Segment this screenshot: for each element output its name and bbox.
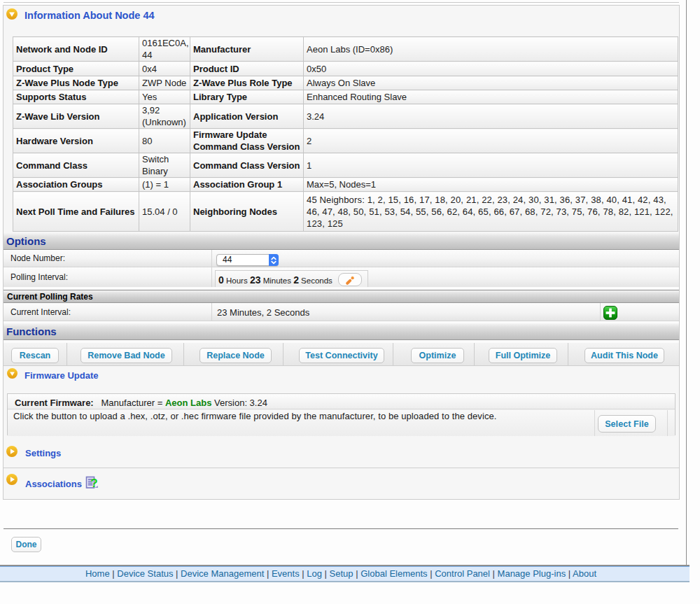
svg-text:?: ? xyxy=(90,477,97,489)
